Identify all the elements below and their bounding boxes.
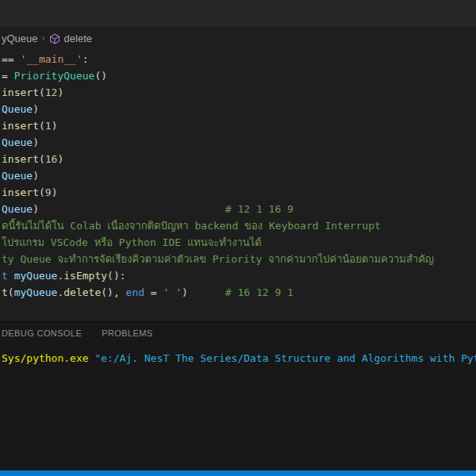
code-token: ) bbox=[33, 203, 39, 215]
code-token: = bbox=[144, 286, 163, 298]
editor-tab-strip bbox=[0, 0, 476, 28]
code-token: (), bbox=[101, 286, 125, 298]
code-token: insert bbox=[2, 120, 39, 132]
vscode-window: yQueue › delete == '__main__':= Priority… bbox=[0, 0, 476, 476]
code-token: '__main__' bbox=[20, 53, 82, 65]
symbol-method-icon bbox=[49, 33, 60, 44]
code-line[interactable]: Queue) bbox=[2, 101, 476, 117]
code-token: delete bbox=[63, 286, 101, 298]
code-token: ty Queue จะทำการจัดเรียงคิวตามค่าตัวเลข … bbox=[2, 253, 434, 265]
code-token: 9 bbox=[45, 186, 52, 198]
code-line[interactable]: t(myQueue.delete(), end = ' ') # 16 12 9… bbox=[2, 284, 476, 301]
code-token: ) bbox=[33, 103, 39, 115]
code-token: insert bbox=[2, 186, 39, 198]
panel-tab-debug-console[interactable]: DEBUG CONSOLE bbox=[2, 328, 82, 338]
code-line[interactable]: insert(16) bbox=[2, 151, 476, 167]
code-token: 16 bbox=[45, 153, 58, 165]
code-token: Queue bbox=[2, 103, 33, 115]
code-token: ) bbox=[57, 86, 63, 98]
code-token: = bbox=[2, 70, 14, 82]
terminal-command-line[interactable]: Sys/python.exe "e:/Aj. NesT The Series/D… bbox=[2, 351, 476, 365]
code-token: t bbox=[2, 286, 8, 298]
code-token: isEmpty bbox=[63, 270, 107, 282]
code-token: # 16 12 9 1 bbox=[188, 286, 294, 298]
code-token: Queue bbox=[2, 136, 33, 148]
breadcrumb: yQueue › delete bbox=[0, 28, 476, 48]
code-line[interactable]: insert(1) bbox=[2, 117, 476, 134]
code-token: (): bbox=[107, 270, 125, 282]
code-token: ( bbox=[8, 286, 14, 298]
code-line[interactable]: Queue) # 12 1 16 9 bbox=[2, 201, 476, 217]
breadcrumb-item-parent[interactable]: yQueue bbox=[2, 33, 38, 44]
code-line[interactable]: == '__main__': bbox=[2, 51, 476, 67]
code-token: ( bbox=[39, 120, 45, 132]
code-token: () bbox=[94, 70, 107, 82]
terminal-command-argument: "e:/Aj. NesT The Series/Data Structure a… bbox=[94, 352, 476, 364]
code-token: ' ' bbox=[163, 286, 182, 298]
code-token: Queue bbox=[2, 170, 33, 182]
code-token: ) bbox=[52, 120, 58, 132]
status-bar bbox=[0, 470, 476, 476]
code-line[interactable]: t myQueue.isEmpty(): bbox=[2, 267, 476, 284]
code-token: == bbox=[2, 53, 20, 65]
code-line[interactable]: = PriorityQueue() bbox=[2, 67, 476, 84]
code-token: ( bbox=[39, 153, 45, 165]
bottom-panel: DEBUG CONSOLEPROBLEMS Sys/python.exe "e:… bbox=[0, 321, 476, 470]
code-token: end bbox=[126, 286, 144, 298]
code-line[interactable]: ดนี้รันไม่ได้ใน Colab เนื่องจากติดปัญหา … bbox=[2, 217, 476, 234]
code-token: insert bbox=[2, 86, 39, 98]
code-token: ) bbox=[33, 136, 39, 148]
code-token: t bbox=[2, 270, 14, 282]
panel-tab-problems[interactable]: PROBLEMS bbox=[102, 328, 152, 338]
code-token: ( bbox=[39, 186, 45, 198]
code-line[interactable]: insert(9) bbox=[2, 184, 476, 201]
code-token: 12 bbox=[45, 86, 58, 98]
code-token: ดนี้รันไม่ได้ใน Colab เนื่องจากติดปัญหา … bbox=[2, 220, 381, 232]
panel-tab-bar: DEBUG CONSOLEPROBLEMS bbox=[0, 322, 476, 344]
breadcrumb-item-symbol[interactable]: delete bbox=[64, 33, 92, 44]
code-area[interactable]: == '__main__':= PriorityQueue()insert(12… bbox=[0, 48, 476, 321]
code-line[interactable]: Queue) bbox=[2, 167, 476, 184]
terminal-command-executable: Sys/python.exe bbox=[2, 352, 94, 364]
code-line[interactable]: insert(12) bbox=[2, 84, 476, 101]
code-token: ) bbox=[52, 186, 58, 198]
code-token: myQueue bbox=[14, 286, 58, 298]
code-token: PriorityQueue bbox=[14, 70, 95, 82]
chevron-right-icon: › bbox=[42, 33, 45, 44]
code-token: โปรแกรม VSCode หรือ Python IDE แทนจะทำงา… bbox=[2, 236, 262, 248]
code-token: ( bbox=[39, 86, 45, 98]
code-token: myQueue bbox=[14, 270, 58, 282]
code-token: ) bbox=[57, 153, 63, 165]
code-token: Queue bbox=[2, 203, 33, 215]
code-line[interactable]: Queue) bbox=[2, 134, 476, 151]
code-token: : bbox=[83, 53, 89, 65]
code-token: insert bbox=[2, 153, 39, 165]
code-token: ) bbox=[182, 286, 188, 298]
code-token: ) bbox=[33, 170, 39, 182]
code-token: 1 bbox=[45, 120, 52, 132]
code-token: # 12 1 16 9 bbox=[39, 203, 294, 215]
code-line[interactable]: โปรแกรม VSCode หรือ Python IDE แทนจะทำงา… bbox=[2, 234, 476, 251]
code-line[interactable]: ty Queue จะทำการจัดเรียงคิวตามค่าตัวเลข … bbox=[2, 251, 476, 267]
